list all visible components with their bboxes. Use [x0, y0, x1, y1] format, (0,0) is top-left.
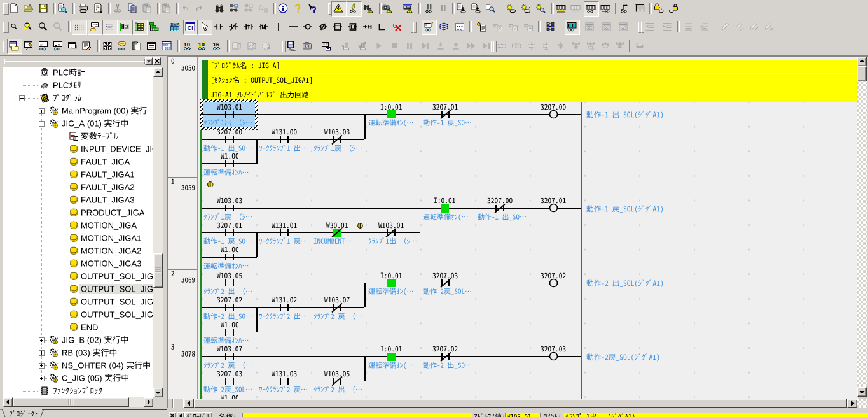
svg-text:10: 10 [198, 41, 205, 48]
svg-text:16: 16 [213, 41, 220, 48]
svg-text:SMA: SMA [170, 22, 180, 27]
svg-text:002: 002 [165, 47, 170, 50]
svg-text:10: 10 [184, 41, 191, 48]
svg-text:CI: CI [188, 24, 194, 31]
